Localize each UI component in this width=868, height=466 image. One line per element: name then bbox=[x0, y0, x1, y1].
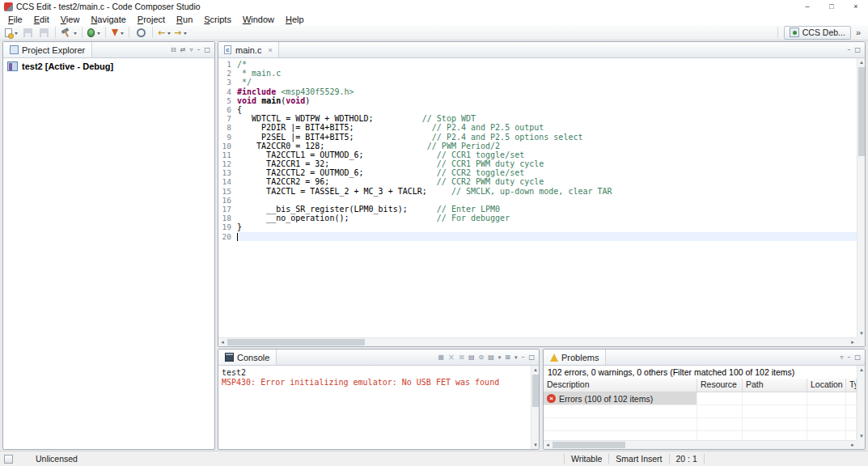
code-area[interactable]: /* * main.c */#include <msp430f5529.h>vo… bbox=[234, 58, 857, 337]
line-number[interactable]: 8 bbox=[218, 123, 231, 132]
column-description[interactable]: Description bbox=[544, 379, 697, 392]
view-menu-icon[interactable] bbox=[189, 47, 193, 53]
chevron-down-icon[interactable] bbox=[514, 354, 518, 361]
column-resource[interactable]: Resource bbox=[697, 379, 743, 392]
minimize-view-icon[interactable] bbox=[847, 354, 850, 361]
code-line[interactable]: void main(void) bbox=[237, 96, 857, 105]
code-line[interactable]: } bbox=[237, 222, 857, 231]
code-line[interactable]: __bis_SR_register(LPM0_bits); // Enter L… bbox=[237, 205, 857, 214]
code-line[interactable]: P2DIR |= BIT4+BIT5; // P2.4 and P2.5 out… bbox=[237, 123, 857, 132]
menu-edit[interactable]: Edit bbox=[28, 15, 55, 24]
scroll-down-icon[interactable] bbox=[860, 433, 863, 439]
line-number[interactable]: 19 bbox=[218, 222, 231, 231]
console-vertical-scrollbar[interactable] bbox=[531, 366, 539, 449]
menu-run[interactable]: Run bbox=[171, 15, 198, 24]
line-number[interactable]: 11 bbox=[218, 150, 231, 159]
maximize-view-icon[interactable] bbox=[854, 47, 861, 53]
column-location[interactable]: Location bbox=[807, 379, 846, 392]
code-line[interactable]: * main.c bbox=[237, 69, 857, 78]
code-line[interactable] bbox=[237, 232, 857, 241]
code-line[interactable]: TA2CCTL1 = OUTMOD_6; // CCR1 toggle/set bbox=[237, 150, 857, 159]
terminate-icon[interactable] bbox=[438, 354, 444, 361]
problems-row-errors[interactable]: Errors (100 of 102 items) bbox=[544, 392, 857, 405]
line-number[interactable]: 6 bbox=[218, 105, 231, 114]
perspective-switch-button[interactable]: CCS Deb... bbox=[784, 26, 851, 40]
scrollbar-thumb[interactable] bbox=[858, 67, 865, 156]
tab-problems[interactable]: Problems bbox=[544, 350, 606, 365]
line-number[interactable]: 10 bbox=[218, 142, 231, 150]
menu-scripts[interactable]: Scripts bbox=[198, 15, 237, 24]
code-line[interactable]: WDTCTL = WDTPW + WDTHOLD; // Stop WDT bbox=[237, 114, 857, 123]
code-line[interactable]: TA2CCTL2 = OUTMOD_6; // CCR2 toggle/set bbox=[237, 168, 857, 177]
menu-help[interactable]: Help bbox=[280, 15, 310, 24]
scroll-left-icon[interactable] bbox=[546, 442, 549, 448]
tab-project-explorer[interactable]: Project Explorer bbox=[3, 42, 92, 57]
open-console-icon[interactable] bbox=[505, 354, 510, 361]
scroll-up-icon[interactable] bbox=[534, 366, 537, 373]
editor-horizontal-scrollbar[interactable] bbox=[218, 337, 857, 346]
launch-settings-button[interactable] bbox=[133, 26, 148, 40]
link-editor-icon[interactable] bbox=[180, 47, 186, 53]
code-line[interactable]: /* bbox=[237, 60, 857, 69]
minimize-view-icon[interactable] bbox=[847, 47, 850, 53]
save-all-button[interactable] bbox=[36, 26, 51, 40]
tab-main-c[interactable]: main.c × bbox=[218, 42, 279, 57]
code-line[interactable] bbox=[237, 196, 857, 205]
problems-horizontal-scrollbar[interactable] bbox=[544, 440, 857, 449]
code-line[interactable]: TA2CTL = TASSEL_2 + MC_3 + TACLR; // SMC… bbox=[237, 187, 857, 196]
maximize-view-icon[interactable] bbox=[204, 47, 210, 53]
line-number[interactable]: 9 bbox=[218, 133, 231, 142]
line-number[interactable]: 18 bbox=[218, 214, 231, 222]
view-menu-icon[interactable] bbox=[840, 354, 843, 361]
back-button[interactable]: ← bbox=[157, 26, 171, 40]
line-number[interactable]: 1 bbox=[218, 60, 231, 69]
menu-window[interactable]: Window bbox=[237, 15, 280, 24]
code-line[interactable]: TA2CCR1 = 32; // CCR1 PWM duty cycle bbox=[237, 159, 857, 168]
maximize-button[interactable]: □ bbox=[819, 0, 844, 13]
display-console-icon[interactable] bbox=[488, 354, 494, 361]
tab-console[interactable]: Console bbox=[218, 350, 277, 365]
code-line[interactable]: { bbox=[237, 105, 857, 114]
scrollbar-thumb[interactable] bbox=[227, 339, 365, 345]
new-file-button[interactable] bbox=[4, 26, 19, 40]
scrollbar-thumb[interactable] bbox=[553, 442, 625, 448]
scrollbar-thumb[interactable] bbox=[532, 375, 539, 407]
line-number[interactable]: 17 bbox=[218, 205, 231, 214]
line-number[interactable]: 3 bbox=[218, 78, 231, 87]
code-line[interactable]: __no_operation(); // For debugger bbox=[237, 214, 857, 222]
line-number[interactable]: 14 bbox=[218, 177, 231, 186]
status-trim-icon[interactable] bbox=[4, 455, 13, 464]
menu-file[interactable]: File bbox=[2, 15, 28, 24]
scroll-right-icon[interactable] bbox=[851, 339, 854, 345]
line-number[interactable]: 16 bbox=[218, 196, 231, 205]
build-button[interactable] bbox=[60, 26, 78, 40]
line-number[interactable]: 12 bbox=[218, 159, 231, 168]
project-item-test2[interactable]: test2 [Active - Debug] bbox=[7, 61, 210, 71]
problems-vertical-scrollbar[interactable] bbox=[857, 366, 865, 440]
code-line[interactable]: P2SEL |= BIT4+BIT5; // P2.4 and P2.5 opt… bbox=[237, 133, 857, 142]
flash-button[interactable] bbox=[110, 26, 125, 40]
code-line[interactable]: */ bbox=[237, 78, 857, 87]
maximize-view-icon[interactable] bbox=[854, 354, 861, 361]
collapse-all-icon[interactable] bbox=[171, 47, 176, 53]
save-button[interactable] bbox=[20, 26, 35, 40]
menu-project[interactable]: Project bbox=[132, 15, 171, 24]
code-line[interactable]: TA2CCR0 = 128; // PWM Period/2 bbox=[237, 142, 857, 150]
line-number[interactable]: 7 bbox=[218, 114, 231, 123]
code-line[interactable]: TA2CCR2 = 96; // CCR2 PWM duty cycle bbox=[237, 177, 857, 186]
close-tab-icon[interactable]: × bbox=[268, 46, 272, 54]
scroll-left-icon[interactable] bbox=[221, 339, 224, 345]
menu-view[interactable]: View bbox=[55, 15, 86, 24]
clear-console-icon[interactable] bbox=[468, 354, 475, 361]
perspective-overflow-button[interactable]: » bbox=[853, 28, 863, 37]
chevron-down-icon[interactable] bbox=[498, 354, 502, 361]
maximize-view-icon[interactable] bbox=[528, 354, 535, 361]
line-number[interactable]: 13 bbox=[218, 168, 231, 177]
remove-launch-icon[interactable] bbox=[448, 354, 455, 362]
forward-button[interactable]: → bbox=[173, 26, 188, 40]
line-number[interactable]: 15 bbox=[218, 187, 231, 196]
line-number[interactable]: 4 bbox=[218, 87, 231, 96]
scroll-right-icon[interactable] bbox=[851, 442, 854, 448]
editor-gutter[interactable]: 1234567891011121314151617181920 bbox=[218, 58, 234, 337]
line-number[interactable]: 20 bbox=[218, 232, 231, 241]
